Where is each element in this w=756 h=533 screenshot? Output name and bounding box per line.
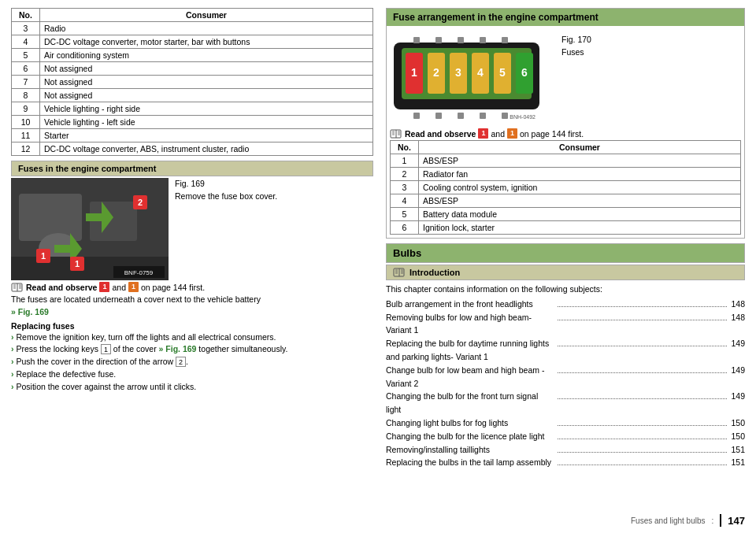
footer-page: 147 xyxy=(728,515,745,527)
badge-orange-right: 1 xyxy=(507,128,517,139)
svg-rect-44 xyxy=(458,113,464,119)
row-no: 11 xyxy=(12,129,40,143)
toc-page: 151 xyxy=(729,443,745,457)
toc-page: 148 xyxy=(729,311,745,324)
note-and-left: and xyxy=(112,283,126,292)
row-no: 6 xyxy=(391,221,419,235)
svg-rect-43 xyxy=(435,113,442,119)
row-no: 5 xyxy=(391,208,419,221)
svg-text:1: 1 xyxy=(411,66,417,79)
toc-entry: Bulb arrangement in the front headlights… xyxy=(386,298,745,311)
row-no: 6 xyxy=(12,62,40,76)
bulbs-section: Bulbs Introduction This chapt xyxy=(386,243,745,469)
toc-entry: Removing bulbs for low and high beam- Va… xyxy=(386,311,745,338)
body-text-left: The fuses are located underneath a cover… xyxy=(11,294,373,319)
badge-red-right: 1 xyxy=(478,128,488,139)
svg-text:5: 5 xyxy=(499,66,506,79)
svg-text:1: 1 xyxy=(41,251,46,261)
engine-photo: 2 1 1 BNF-0759 xyxy=(11,178,169,280)
intro-header: Introduction xyxy=(386,265,745,280)
row-consumer: Ignition lock, starter xyxy=(419,221,741,235)
col-header-no: No. xyxy=(12,9,40,22)
row-consumer: Vehicle lighting - left side xyxy=(40,116,373,129)
toc-entry: Changing light bulbs for fog lights150 xyxy=(386,416,745,430)
toc-page: 150 xyxy=(729,430,745,443)
table-row: 7Not assigned xyxy=(12,76,373,89)
intro-body: This chapter contains information on the… xyxy=(386,283,745,296)
fig-caption-text-right: Fuses xyxy=(561,46,591,59)
fuses-section: Fuses in the engine compartment xyxy=(11,161,373,393)
toc-entry: Changing the bulb for the licence plate … xyxy=(386,430,745,443)
bullet-arrow: › xyxy=(11,343,14,356)
bullet-item: ›Press the locking keys 1 of the cover »… xyxy=(11,343,373,356)
row-no: 2 xyxy=(391,168,419,181)
svg-rect-46 xyxy=(502,113,508,119)
toc-dots xyxy=(558,346,727,346)
svg-rect-40 xyxy=(480,37,486,43)
row-no: 3 xyxy=(12,22,40,35)
toc-page: 151 xyxy=(729,456,745,469)
toc-dots xyxy=(558,320,727,320)
toc-dots xyxy=(558,306,727,307)
row-no: 3 xyxy=(391,181,419,194)
table-row: 10Vehicle lighting - left side xyxy=(12,116,373,129)
bullet-arrow: › xyxy=(11,368,14,381)
inline-badge: 1 xyxy=(101,344,111,354)
note-read-left: Read and observe xyxy=(26,283,97,292)
svg-text:2: 2 xyxy=(433,66,439,79)
note-and-right: and xyxy=(491,129,505,139)
footer-text: Fuses and light bulbs xyxy=(631,516,706,525)
fuse-box-image: 1 2 3 4 5 xyxy=(390,31,555,127)
row-consumer: Cooling control system, ignition xyxy=(419,181,741,194)
engine-col-no: No. xyxy=(391,141,419,154)
toc-label: Replacing the bulb for daytime running l… xyxy=(386,337,555,364)
row-consumer: Battery data module xyxy=(419,208,741,221)
row-no: 9 xyxy=(12,102,40,116)
row-consumer: Not assigned xyxy=(40,62,373,76)
toc-label: Replacing the bulbs in the tail lamp ass… xyxy=(386,456,555,469)
bullet-text: Press the locking keys 1 of the cover » … xyxy=(17,343,288,356)
intro-section: Introduction This chapter contains infor… xyxy=(386,265,745,469)
row-consumer: Not assigned xyxy=(40,89,373,102)
book-icon-left xyxy=(11,283,24,292)
fig-caption-text-left: Remove the fuse box cover. xyxy=(175,191,277,203)
toc-label: Removing bulbs for low and high beam- Va… xyxy=(386,311,555,338)
toc-dots xyxy=(558,398,727,399)
toc-page: 149 xyxy=(729,390,745,403)
col-header-consumer: Consumer xyxy=(40,9,373,22)
toc-entry: Changing the bulb for the front turn sig… xyxy=(386,390,745,416)
note-suffix-right: on page 144 first. xyxy=(520,129,584,139)
bullet-item: ›Position the cover against the arrow un… xyxy=(11,381,373,394)
fig-caption-left: Fig. 169 Remove the fuse box cover. xyxy=(175,178,277,203)
table-row: 11Starter xyxy=(12,129,373,143)
svg-rect-37 xyxy=(413,37,420,43)
bullet-text: Replace the defective fuse. xyxy=(17,368,117,381)
svg-rect-42 xyxy=(413,113,420,119)
bulbs-header: Bulbs xyxy=(386,243,745,263)
engine-compartment-header: Fuse arrangement in the engine compartme… xyxy=(387,9,744,26)
bullet-arrow: › xyxy=(11,356,14,368)
bullet-text: Remove the ignition key, turn off the li… xyxy=(17,331,276,344)
toc-label: Changing the bulb for the front turn sig… xyxy=(386,390,555,416)
table-row: 5Battery data module xyxy=(391,208,741,221)
fuses-section-header: Fuses in the engine compartment xyxy=(11,161,373,176)
toc-container: Bulb arrangement in the front headlights… xyxy=(386,298,745,469)
bullet-arrow: › xyxy=(11,381,14,394)
svg-rect-41 xyxy=(502,37,508,43)
svg-text:BNF-0759: BNF-0759 xyxy=(124,269,154,276)
footer: Fuses and light bulbs : 147 xyxy=(631,514,745,527)
toc-dots xyxy=(558,465,727,465)
toc-label: Change bulb for low beam and high beam -… xyxy=(386,364,555,390)
fig-num-right: Fig. 170 xyxy=(561,34,591,46)
toc-page: 149 xyxy=(729,337,745,350)
fig-link: » Fig. 169 xyxy=(159,344,197,353)
table-row: 1ABS/ESP xyxy=(391,154,741,168)
toc-entry: Removing/installing taillights151 xyxy=(386,443,745,457)
table-row: 6Ignition lock, starter xyxy=(391,221,741,235)
row-consumer: ABS/ESP xyxy=(419,194,741,208)
bullet-text: Position the cover against the arrow unt… xyxy=(17,381,197,394)
row-no: 7 xyxy=(12,76,40,89)
bullet-item: ›Replace the defective fuse. xyxy=(11,368,373,381)
row-consumer: Radio xyxy=(40,22,373,35)
toc-dots xyxy=(558,372,727,373)
